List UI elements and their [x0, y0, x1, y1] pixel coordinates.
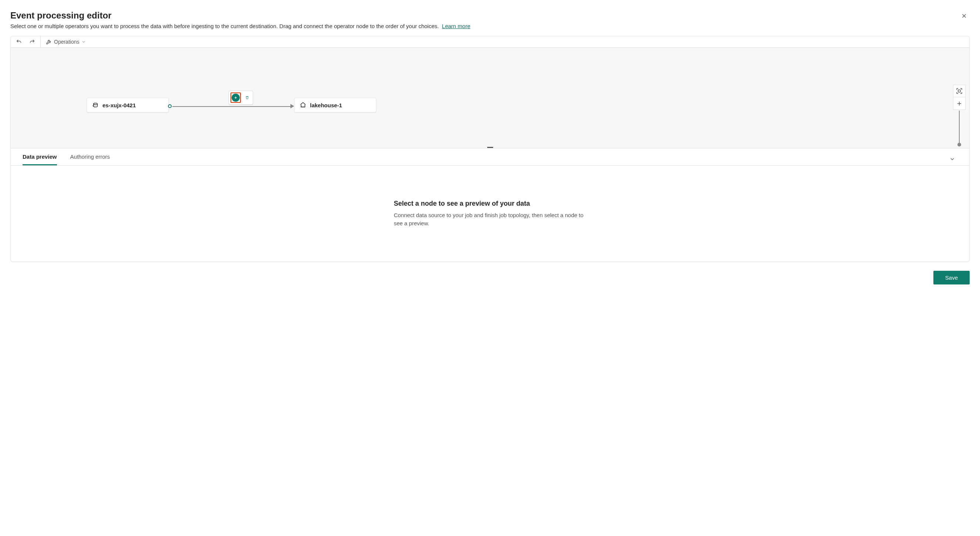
- tab-authoring-errors[interactable]: Authoring errors: [70, 154, 110, 165]
- redo-icon: [29, 39, 35, 45]
- edge-toolbar: [229, 91, 253, 105]
- edge-add-operator-button[interactable]: [232, 94, 240, 102]
- redo-button[interactable]: [28, 38, 37, 46]
- operations-label: Operations: [54, 39, 79, 45]
- zoom-slider-thumb[interactable]: [958, 143, 961, 146]
- undo-button[interactable]: [14, 38, 23, 46]
- page-subtitle: Select one or multiple operators you wan…: [10, 23, 470, 29]
- subtitle-text: Select one or multiple operators you wan…: [10, 23, 439, 29]
- chevron-down-icon: [81, 40, 86, 44]
- plus-icon: [234, 95, 237, 100]
- fit-view-icon: [956, 87, 963, 94]
- flow-edge[interactable]: [172, 106, 291, 107]
- svg-rect-0: [958, 90, 960, 92]
- empty-state-description: Connect data source to your job and fini…: [394, 211, 586, 228]
- source-node-output-port[interactable]: [168, 104, 172, 108]
- flow-edge-arrow: [290, 104, 294, 108]
- collapse-preview-button[interactable]: [947, 156, 958, 164]
- save-button[interactable]: Save: [933, 271, 970, 285]
- edge-add-highlight: [231, 92, 241, 103]
- empty-state-title: Select a node to see a preview of your d…: [394, 200, 586, 208]
- stream-icon: [92, 102, 99, 108]
- fit-view-button[interactable]: [953, 85, 966, 97]
- flow-canvas[interactable]: es-xujx-0421 lakehouse-1: [10, 48, 970, 148]
- edge-delete-button[interactable]: [243, 92, 251, 103]
- zoom-slider[interactable]: [959, 111, 960, 145]
- source-node-label: es-xujx-0421: [102, 102, 136, 108]
- lakehouse-icon: [300, 102, 306, 108]
- chevron-down-icon: [949, 156, 955, 162]
- close-icon: [961, 13, 967, 19]
- canvas-controls: [953, 85, 966, 145]
- preview-body: Select a node to see a preview of your d…: [10, 166, 970, 262]
- zoom-in-button[interactable]: [953, 97, 966, 110]
- preview-tabs-row: Data preview Authoring errors: [10, 148, 970, 166]
- undo-icon: [16, 39, 22, 45]
- source-node[interactable]: es-xujx-0421: [87, 98, 169, 113]
- learn-more-link[interactable]: Learn more: [442, 23, 471, 29]
- operations-dropdown[interactable]: Operations: [45, 38, 87, 46]
- wrench-icon: [46, 39, 52, 45]
- trash-icon: [245, 95, 249, 100]
- page-title: Event processing editor: [10, 10, 470, 21]
- panel-splitter[interactable]: [487, 147, 493, 148]
- tab-data-preview[interactable]: Data preview: [22, 154, 57, 165]
- destination-node[interactable]: lakehouse-1: [294, 98, 376, 113]
- editor-toolbar: Operations: [10, 36, 970, 48]
- plus-icon: [956, 100, 963, 107]
- destination-node-label: lakehouse-1: [310, 102, 342, 108]
- close-button[interactable]: [959, 10, 970, 22]
